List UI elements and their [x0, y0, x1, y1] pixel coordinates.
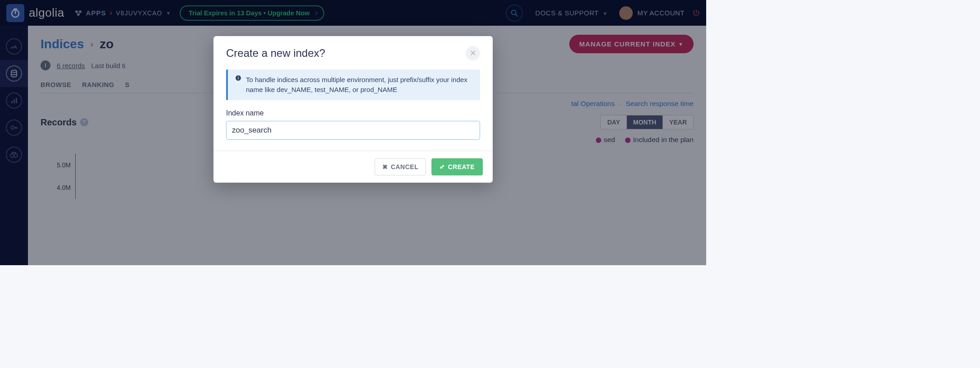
modal-title: Create a new index? — [226, 47, 325, 60]
close-icon: ✖ — [382, 163, 388, 170]
svg-text:i: i — [238, 76, 239, 80]
check-icon: ✔ — [440, 163, 445, 170]
tip-text: To handle indices across multiple enviro… — [246, 75, 473, 95]
index-name-input[interactable] — [226, 121, 480, 140]
close-button[interactable]: ✕ — [466, 46, 480, 60]
modal-overlay[interactable]: Create a new index? ✕ i To handle indice… — [0, 0, 706, 265]
create-button[interactable]: ✔ CREATE — [431, 158, 483, 175]
cancel-button[interactable]: ✖ CANCEL — [375, 158, 426, 175]
close-icon: ✕ — [470, 48, 476, 58]
tip-box: i To handle indices across multiple envi… — [226, 69, 480, 100]
info-icon: i — [235, 75, 241, 95]
create-index-modal: Create a new index? ✕ i To handle indice… — [213, 36, 493, 183]
index-name-label: Index name — [226, 109, 480, 117]
